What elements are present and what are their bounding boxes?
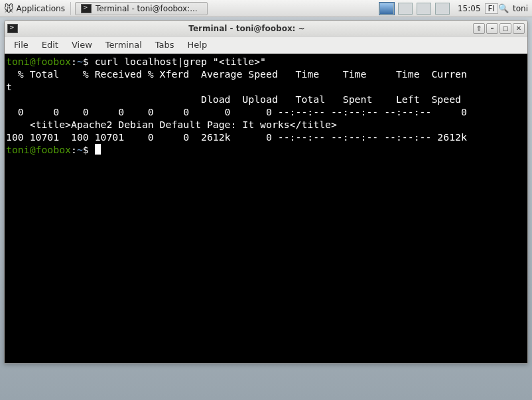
workspace-1[interactable] [379, 3, 394, 15]
terminal-area[interactable]: toni@foobox:~$ curl localhost|grep "<tit… [5, 54, 527, 363]
top-panel: 🐭 Applications Terminal - toni@foobox:..… [0, 0, 532, 17]
menu-file[interactable]: File [9, 38, 34, 51]
panel-clock[interactable]: 15:05 [454, 4, 485, 13]
output-line: 100 10701 100 10701 0 0 2612k 0 --:--:--… [6, 131, 467, 143]
prompt-sym: $ [83, 144, 95, 155]
prompt-user: toni@foobox [6, 56, 71, 67]
menu-terminal[interactable]: Terminal [100, 38, 147, 51]
prompt-sym: $ [83, 56, 95, 67]
menubar: File Edit View Terminal Tabs Help [5, 36, 527, 54]
panel-user[interactable]: toni [509, 4, 532, 13]
workspace-switcher[interactable] [375, 3, 454, 15]
mouse-icon: 🐭 [4, 3, 14, 14]
menu-edit[interactable]: Edit [36, 38, 64, 51]
task-label: Terminal - toni@foobox:... [96, 4, 198, 13]
prompt-sep: : [71, 144, 77, 155]
output-line: % Total % Received % Xferd Average Speed… [6, 68, 467, 80]
terminal-icon [81, 4, 92, 13]
cursor [95, 144, 101, 155]
taskbar-item-terminal[interactable]: Terminal - toni@foobox:... [75, 2, 208, 15]
output-line: t [6, 81, 12, 92]
output-line: 0 0 0 0 0 0 0 0 --:--:-- --:--:-- --:--:… [6, 106, 467, 117]
window-close-button[interactable]: ✕ [513, 23, 525, 34]
menu-help[interactable]: Help [182, 38, 213, 51]
terminal-window: Terminal - toni@foobox: ~ ⇧ – ▢ ✕ File E… [4, 20, 528, 364]
workspace-4[interactable] [435, 3, 450, 15]
panel-separator [70, 2, 71, 15]
prompt-user: toni@foobox [6, 144, 71, 155]
menu-view[interactable]: View [66, 38, 98, 51]
keyboard-layout[interactable]: FI [485, 3, 498, 14]
window-title: Terminal - toni@foobox: ~ [22, 24, 472, 33]
window-titlebar[interactable]: Terminal - toni@foobox: ~ ⇧ – ▢ ✕ [5, 21, 527, 36]
workspace-3[interactable] [417, 3, 431, 15]
terminal-icon [7, 24, 18, 33]
output-line: Dload Upload Total Spent Left Speed [6, 94, 461, 105]
prompt-path: ~ [77, 56, 83, 67]
applications-menu[interactable]: 🐭 Applications [0, 3, 69, 14]
menu-tabs[interactable]: Tabs [150, 38, 180, 51]
window-ontop-button[interactable]: ⇧ [473, 23, 485, 34]
window-maximize-button[interactable]: ▢ [499, 23, 511, 34]
search-icon[interactable]: 🔍 [498, 3, 509, 13]
prompt-sep: : [71, 56, 77, 67]
applications-label: Applications [17, 4, 65, 13]
window-minimize-button[interactable]: – [486, 23, 498, 34]
prompt-path: ~ [77, 144, 83, 155]
workspace-2[interactable] [398, 3, 413, 15]
output-line: <title>Apache2 Debian Default Page: It w… [6, 119, 337, 130]
command-text: curl localhost|grep "<title>" [95, 56, 266, 67]
